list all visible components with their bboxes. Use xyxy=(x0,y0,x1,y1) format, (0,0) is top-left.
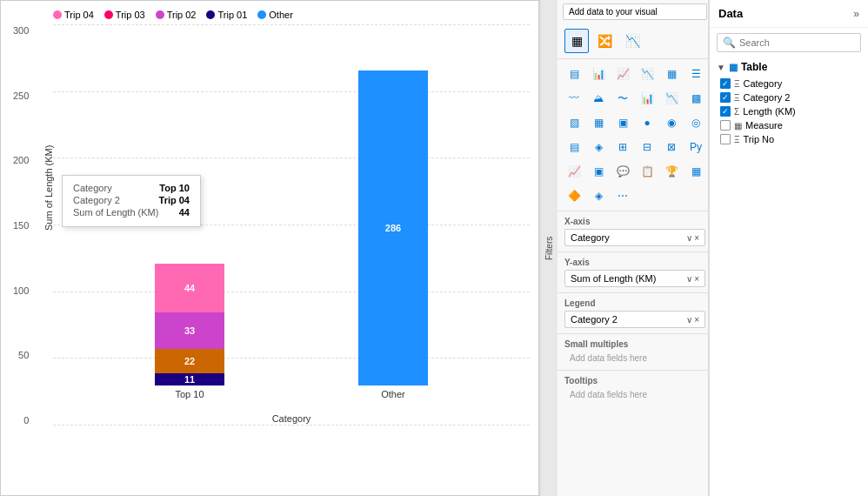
vis-icon[interactable]: ▤ xyxy=(563,63,585,85)
legend-item: Other xyxy=(257,10,293,20)
vis-icon[interactable]: 〰 xyxy=(563,87,585,110)
bar-group[interactable]: 286Other xyxy=(358,70,428,399)
field-item[interactable]: ✓ Ξ Category 2 xyxy=(717,90,861,104)
y-axis: 050100150200250300 xyxy=(10,25,32,426)
chart-area: Trip 04Trip 03Trip 02Trip 01Other Sum of… xyxy=(0,0,539,496)
field-item[interactable]: Ξ Trip No xyxy=(717,132,861,146)
expand-icon[interactable]: » xyxy=(853,8,859,20)
legend-item: Trip 03 xyxy=(104,10,145,20)
vis-icon[interactable]: ⛰ xyxy=(587,87,610,110)
vis-icon[interactable]: ▣ xyxy=(587,160,610,183)
y-tick: 300 xyxy=(13,25,29,36)
field-name: Measure xyxy=(745,120,783,131)
vis-icon[interactable]: 💬 xyxy=(611,160,634,183)
close-icon[interactable]: × xyxy=(694,274,699,284)
bar-segment: 22 xyxy=(155,349,224,373)
vis-icon[interactable]: ⊞ xyxy=(611,136,634,158)
add-data-hint: Add data to your visual xyxy=(563,3,707,20)
field-type-icon: ▦ xyxy=(734,121,742,131)
vis-icon[interactable]: 📉 xyxy=(660,87,683,110)
fields-list: ✓ Ξ Category ✓ Ξ Category 2 ✓ Σ Length (… xyxy=(717,77,861,146)
axis-field[interactable]: Category∨ × xyxy=(564,229,705,246)
axis-field-actions[interactable]: ∨ × xyxy=(686,233,699,243)
vis-icon[interactable]: ⊟ xyxy=(636,136,658,158)
axis-field[interactable]: Category 2∨ × xyxy=(564,311,705,328)
chevron-down-icon: ∨ xyxy=(686,315,692,325)
bar-group[interactable]: 11223344Top 10 xyxy=(155,264,224,399)
close-icon[interactable]: × xyxy=(694,315,699,325)
vis-icon[interactable]: ▦ xyxy=(684,160,707,183)
filters-tab[interactable]: Filters xyxy=(540,0,558,496)
vis-icon[interactable]: 📊 xyxy=(636,87,658,110)
field-item[interactable]: ✓ Ξ Category xyxy=(717,77,861,90)
vis-icon[interactable]: 🔶 xyxy=(563,184,585,207)
vis-icon[interactable]: ▩ xyxy=(684,87,707,110)
add-field-placeholder[interactable]: Add data fields here xyxy=(564,388,705,401)
vis-icon[interactable]: ● xyxy=(636,111,658,134)
table-icon: ▦ xyxy=(729,62,738,73)
x-axis-label: Category xyxy=(272,413,311,424)
vis-icon[interactable]: ▦ xyxy=(660,63,683,85)
icon-grid: ▤📊📈📉▦☰〰⛰〜📊📉▩▧▦▣●◉◎▤◈⊞⊟⊠Py📈▣💬📋🏆▦🔶◈⋯ xyxy=(558,59,708,211)
field-checkbox[interactable]: ✓ xyxy=(720,92,731,103)
vis-icon[interactable]: ◈ xyxy=(587,184,610,207)
field-item[interactable]: ▦ Measure xyxy=(717,118,861,132)
bar-x-label: Top 10 xyxy=(175,389,204,399)
bar-segment: 286 xyxy=(358,70,428,385)
right-title: Data xyxy=(718,7,743,20)
vis-type-btn[interactable]: ▦ xyxy=(564,29,589,53)
field-name: Trip No xyxy=(744,134,775,144)
vis-icon[interactable]: ▣ xyxy=(611,111,634,134)
vis-type-btn[interactable]: 📉 xyxy=(620,29,644,53)
vis-icon[interactable]: ◉ xyxy=(660,111,683,134)
tooltip-row: Category 2Trip 04 xyxy=(73,195,190,205)
vis-icon[interactable]: Py xyxy=(684,136,707,158)
search-box[interactable]: 🔍 xyxy=(717,33,861,52)
vis-icon[interactable]: 📈 xyxy=(611,63,634,85)
field-type-icon: Ξ xyxy=(734,79,740,89)
vis-icon[interactable]: 🏆 xyxy=(660,160,683,183)
legend-item: Trip 01 xyxy=(206,10,247,20)
vis-icon[interactable]: 📈 xyxy=(563,160,585,183)
vis-icon[interactable]: ▤ xyxy=(563,136,585,158)
bar-segment: 11 xyxy=(155,373,224,385)
axis-field-actions[interactable]: ∨ × xyxy=(686,274,699,284)
legend-dot xyxy=(156,10,164,19)
add-field-placeholder[interactable]: Add data fields here xyxy=(564,352,705,365)
search-input[interactable] xyxy=(739,37,859,48)
field-checkbox[interactable] xyxy=(720,134,731,144)
axis-label: Small multiples xyxy=(564,339,705,349)
vis-type-btn[interactable]: 🔀 xyxy=(592,29,617,53)
y-tick: 150 xyxy=(13,220,29,231)
vis-icon[interactable]: ⊠ xyxy=(660,136,683,158)
field-checkbox[interactable]: ✓ xyxy=(720,106,731,117)
table-name: Table xyxy=(741,61,767,73)
vis-icon[interactable]: 📊 xyxy=(587,63,610,85)
axis-field-actions[interactable]: ∨ × xyxy=(686,315,699,325)
table-header[interactable]: ▼ ▦ Table xyxy=(717,57,861,77)
legend-label: Trip 02 xyxy=(167,10,197,20)
close-icon[interactable]: × xyxy=(694,233,699,243)
vis-icon[interactable]: ◈ xyxy=(587,136,610,158)
field-checkbox[interactable]: ✓ xyxy=(720,78,731,89)
table-section: ▼ ▦ Table ✓ Ξ Category ✓ Ξ Category 2 ✓ … xyxy=(710,57,868,146)
field-item[interactable]: ✓ Σ Length (KM) xyxy=(717,104,861,118)
axis-field[interactable]: Sum of Length (KM)∨ × xyxy=(564,270,705,287)
bar-stack: 11223344 xyxy=(155,264,224,385)
tooltip-val: Top 10 xyxy=(159,183,190,193)
field-checkbox[interactable] xyxy=(720,120,731,131)
vis-icon[interactable]: ◎ xyxy=(684,111,707,134)
vis-icon[interactable]: ☰ xyxy=(684,63,707,85)
vis-type-row: ▦🔀📉 xyxy=(558,23,708,59)
y-tick: 250 xyxy=(13,90,29,101)
middle-panel: Filters Add data to your visual ▦🔀📉 ▤📊📈📉… xyxy=(539,0,709,496)
vis-icon[interactable]: 📉 xyxy=(636,63,658,85)
axis-label: Legend xyxy=(564,298,705,308)
vis-icon[interactable]: ▦ xyxy=(587,111,610,134)
vis-icon[interactable]: 📋 xyxy=(636,160,658,183)
chevron-down-icon: ∨ xyxy=(686,274,692,284)
vis-icon[interactable]: ⋯ xyxy=(611,184,634,207)
vis-icon[interactable]: ▧ xyxy=(563,111,585,134)
vis-icon[interactable]: 〜 xyxy=(611,87,634,110)
bar-stack: 286 xyxy=(358,70,428,385)
